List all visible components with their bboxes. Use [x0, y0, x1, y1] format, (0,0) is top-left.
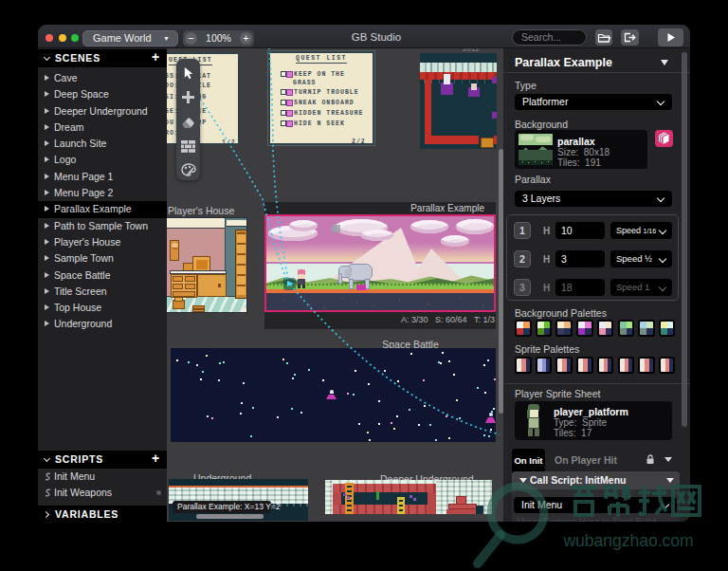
- svg-text:wubangzhao.com: wubangzhao.com: [562, 531, 693, 550]
